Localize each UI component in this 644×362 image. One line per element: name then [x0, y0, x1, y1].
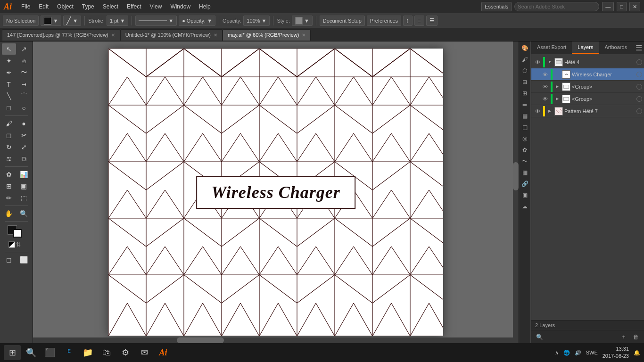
column-graph-tool[interactable]: 📊 — [17, 169, 31, 180]
arc-tool[interactable]: ⌒ — [17, 90, 31, 102]
layer-radio-4[interactable] — [636, 108, 642, 114]
tab-2[interactable]: may.ai* @ 60% (RGB/Preview) ✕ — [223, 29, 311, 41]
magic-wand-tool[interactable]: ✦ — [2, 55, 16, 66]
brush-icon[interactable]: 🖌 — [520, 55, 529, 64]
paintbrush-tool[interactable]: 🖌 — [2, 118, 16, 129]
more-button[interactable]: ☰ — [426, 16, 438, 26]
menu-type[interactable]: Type — [78, 2, 98, 11]
blob-brush-tool[interactable]: ● — [17, 118, 31, 129]
vertical-scrollbar[interactable] — [513, 41, 519, 343]
appearance-icon[interactable]: ◎ — [520, 134, 529, 143]
blend-tool[interactable]: ⬚ — [17, 192, 31, 204]
draw-normal[interactable]: ◻ — [2, 254, 16, 265]
chrome-browser[interactable]: ⚙ — [117, 345, 134, 360]
layer-expand-1[interactable] — [554, 71, 561, 78]
stroke-indicator[interactable]: ╱ ▼ — [63, 16, 81, 26]
tab-asset-export[interactable]: Asset Export — [531, 41, 572, 54]
layer-eye-4[interactable]: 👁 — [533, 107, 542, 115]
scissors-tool[interactable]: ✂ — [17, 130, 31, 141]
brushes-icon[interactable]: 〜 — [520, 156, 529, 166]
tab-1[interactable]: Untitled-1* @ 100% (CMYK/Preview) ✕ — [120, 29, 223, 41]
taskbar-chevron-icon[interactable]: ∧ — [555, 350, 559, 356]
layer-eye-0[interactable]: 👁 — [533, 58, 542, 66]
warp-tool[interactable]: ≋ — [2, 153, 16, 165]
pathfinder-icon[interactable]: ⊞ — [520, 89, 529, 98]
layer-item-4[interactable]: 👁 Pattern Нété 7 — [531, 105, 644, 117]
horizontal-scroll-thumb[interactable] — [177, 337, 224, 343]
menu-view[interactable]: View — [146, 2, 166, 11]
canvas-area[interactable]: Wireless Charger — [33, 41, 519, 343]
canvas-scroll[interactable]: Wireless Charger — [33, 41, 519, 343]
layer-eye-2[interactable]: 👁 — [541, 82, 549, 91]
search-input[interactable] — [514, 2, 599, 11]
layer-item-1[interactable]: 👁 Wc Wireless Charger — [531, 68, 644, 81]
swap-colors[interactable]: ⇅ — [16, 241, 25, 250]
direct-select-tool[interactable]: ↗ — [17, 43, 31, 55]
notifications-icon[interactable]: 🔔 — [634, 350, 640, 356]
layer-expand-2[interactable] — [554, 83, 561, 90]
essentials-button[interactable]: Essentials — [481, 2, 512, 11]
layer-radio-2[interactable] — [636, 84, 642, 90]
vertical-scroll-thumb[interactable] — [513, 162, 519, 190]
keyboard-layout[interactable]: SWE — [586, 350, 598, 355]
mail-app[interactable]: ✉ — [136, 345, 153, 360]
gradient-right-icon[interactable]: ▤ — [520, 111, 529, 121]
layer-expand-0[interactable] — [546, 59, 553, 66]
tab-artboards[interactable]: Artboards — [599, 41, 633, 54]
close-button[interactable]: ✕ — [629, 2, 640, 11]
menu-edit[interactable]: Edit — [35, 2, 52, 11]
hand-tool[interactable]: ✋ — [2, 208, 16, 219]
eyedropper-tool[interactable]: ✏ — [2, 192, 16, 204]
layer-item-2[interactable]: 👁 <Group> — [531, 81, 644, 93]
ellipse-tool[interactable]: ○ — [17, 102, 31, 114]
gradient-tool[interactable]: ▣ — [17, 181, 31, 192]
layer-expand-3[interactable] — [554, 96, 561, 102]
transform-icon[interactable]: ⬡ — [520, 66, 529, 75]
search-layers-icon[interactable]: 🔍 — [535, 333, 544, 341]
opacity-value[interactable]: 100% ▼ — [243, 16, 270, 26]
links-icon[interactable]: 🔗 — [520, 179, 529, 189]
stroke-style[interactable]: ▼ — [135, 16, 177, 26]
align-icon[interactable]: ⊟ — [520, 77, 529, 87]
zoom-tool[interactable]: 🔍 — [17, 208, 31, 219]
style-picker[interactable]: ▼ — [292, 16, 313, 26]
edge-browser[interactable]: ᴱ — [60, 345, 77, 360]
swatches-icon[interactable]: ▦ — [520, 168, 529, 177]
curvature-tool[interactable]: 〜 — [17, 67, 31, 78]
layer-item-3[interactable]: 👁 <Group> — [531, 93, 644, 105]
layer-item-0[interactable]: 👁 Нété 4 — [531, 56, 644, 68]
selection-indicator[interactable]: No Selection — [3, 16, 39, 26]
sound-icon[interactable]: 🔊 — [575, 350, 581, 356]
symbol-tools[interactable]: ✿ — [2, 169, 16, 180]
mesh-tool[interactable]: ⊞ — [2, 181, 16, 192]
stroke-value[interactable]: 1 pt ▼ — [107, 16, 128, 26]
layer-radio-1[interactable] — [636, 72, 642, 77]
menu-help[interactable]: Help — [195, 2, 215, 11]
scale-tool[interactable]: ⤢ — [17, 141, 31, 153]
new-layer-icon[interactable]: + — [619, 333, 628, 341]
store-app[interactable]: 🛍 — [98, 345, 115, 360]
layer-radio-3[interactable] — [636, 96, 642, 102]
network-icon[interactable]: 🌐 — [563, 350, 570, 356]
panel-menu-button[interactable]: ☰ — [636, 43, 642, 52]
task-view[interactable]: ⬛ — [41, 345, 58, 360]
vertical-type-tool[interactable]: T — [17, 79, 31, 90]
line-tool[interactable]: ╲ — [2, 90, 16, 102]
selection-tool[interactable]: ↖ — [2, 43, 16, 55]
artboard-icon[interactable]: ▣ — [520, 190, 529, 200]
menu-effect[interactable]: Effect — [123, 2, 145, 11]
doc-setup-button[interactable]: Document Setup — [320, 16, 365, 26]
rotate-tool[interactable]: ↻ — [2, 141, 16, 153]
menu-select[interactable]: Select — [99, 2, 122, 11]
symbols-icon[interactable]: ✿ — [520, 145, 529, 155]
minimize-button[interactable]: — — [602, 2, 614, 11]
layer-radio-0[interactable] — [636, 59, 642, 65]
tab-close-2[interactable]: ✕ — [302, 33, 305, 38]
preferences-button[interactable]: Preferences — [367, 16, 401, 26]
transparency-icon[interactable]: ◫ — [520, 123, 529, 132]
tab-layers[interactable]: Layers — [572, 41, 599, 54]
maximize-button[interactable]: □ — [617, 2, 627, 11]
cc-libraries-icon[interactable]: ☁ — [520, 202, 529, 211]
stroke-right-icon[interactable]: ═ — [520, 100, 529, 109]
start-button[interactable]: ⊞ — [4, 345, 21, 360]
